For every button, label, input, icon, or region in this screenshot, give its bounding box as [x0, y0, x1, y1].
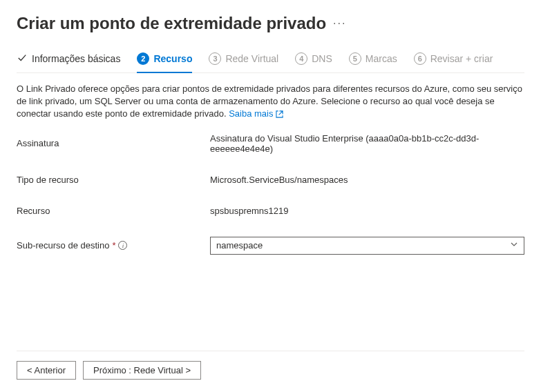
- chevron-down-icon: [510, 240, 518, 251]
- tab-virtual-network[interactable]: 3 Rede Virtual: [209, 52, 278, 73]
- tab-resource-label: Recurso: [153, 53, 192, 64]
- step-number-icon: 6: [414, 52, 426, 65]
- field-sub-resource: Sub-recurso de destino * i namespace: [17, 237, 524, 255]
- step-number-icon: 3: [209, 52, 221, 65]
- more-actions-icon[interactable]: ···: [333, 17, 346, 30]
- tab-basics-label: Informações básicas: [32, 53, 120, 64]
- step-number-icon: 4: [295, 52, 307, 65]
- tab-basics[interactable]: Informações básicas: [17, 53, 120, 73]
- tab-dns-label: DNS: [312, 53, 332, 64]
- step-number-icon: 2: [137, 52, 149, 65]
- tab-tags[interactable]: 5 Marcas: [349, 52, 397, 73]
- external-link-icon: [276, 110, 283, 118]
- checkmark-icon: [17, 53, 28, 65]
- info-icon[interactable]: i: [118, 241, 127, 250]
- required-asterisk-icon: *: [112, 240, 115, 251]
- subscription-label: Assinatura: [17, 138, 210, 148]
- page-title: Criar um ponto de extremidade privado: [17, 14, 326, 33]
- tab-vnet-label: Rede Virtual: [225, 53, 278, 64]
- next-button[interactable]: Próximo : Rede Virtual >: [83, 361, 201, 380]
- subscription-value: Assinatura do Visual Studio Enterprise (…: [210, 133, 524, 154]
- field-subscription: Assinatura Assinatura do Visual Studio E…: [17, 133, 524, 154]
- learn-more-link[interactable]: Saiba mais: [229, 108, 283, 120]
- resource-type-label: Tipo de recurso: [17, 175, 210, 185]
- sub-resource-select[interactable]: namespace: [210, 237, 524, 255]
- field-resource: Recurso spsbuspremns1219: [17, 206, 524, 216]
- tab-dns[interactable]: 4 DNS: [295, 52, 332, 73]
- tab-resource[interactable]: 2 Recurso: [137, 52, 192, 73]
- previous-button[interactable]: < Anterior: [17, 361, 76, 380]
- tab-review-create[interactable]: 6 Revisar + criar: [414, 52, 493, 73]
- resource-description: O Link Privado oferece opções para criar…: [17, 83, 524, 121]
- sub-resource-select-value: namespace: [216, 240, 263, 251]
- tab-tags-label: Marcas: [366, 53, 397, 64]
- resource-type-value: Microsoft.ServiceBus/namespaces: [210, 175, 524, 185]
- tab-review-label: Revisar + criar: [430, 53, 493, 64]
- wizard-tabs: Informações básicas 2 Recurso 3 Rede Vir…: [17, 52, 524, 73]
- field-resource-type: Tipo de recurso Microsoft.ServiceBus/nam…: [17, 175, 524, 185]
- wizard-footer: < Anterior Próximo : Rede Virtual >: [17, 351, 524, 380]
- step-number-icon: 5: [349, 52, 361, 65]
- sub-resource-label: Sub-recurso de destino * i: [17, 240, 210, 251]
- resource-label: Recurso: [17, 206, 210, 216]
- resource-value: spsbuspremns1219: [210, 206, 524, 216]
